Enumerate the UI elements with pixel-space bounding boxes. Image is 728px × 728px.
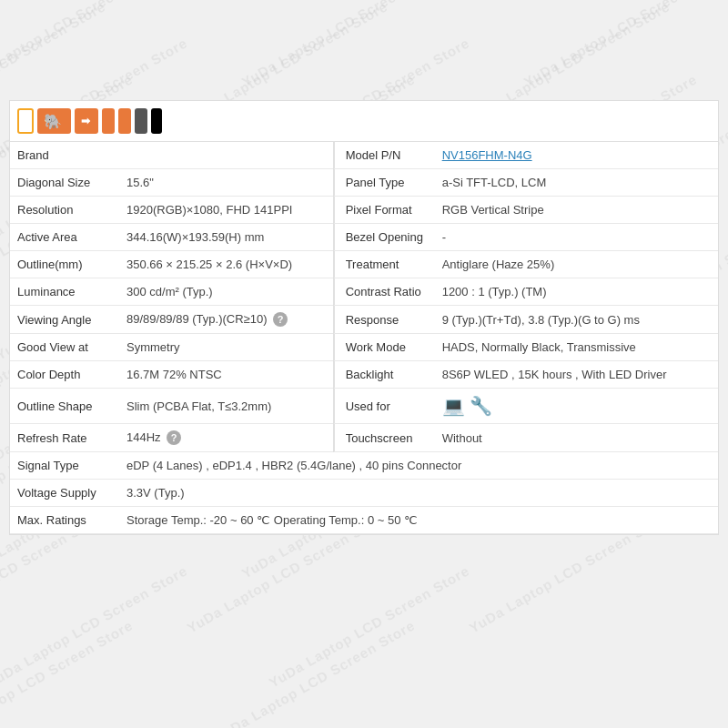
spec-value-left: 350.66 × 215.25 × 2.6 (H×V×D) (119, 251, 334, 278)
badge-reverse (102, 108, 115, 134)
spec-value-left: Slim (PCBA Flat, T≤3.2mm) (119, 389, 334, 424)
spec-label-right: Touchscreen (335, 424, 435, 452)
spec-label-left: Resolution (10, 197, 119, 224)
spec-value-left: 144Hz ? (119, 424, 334, 452)
table-row: Outline(mm)350.66 × 215.25 × 2.6 (H×V×D)… (10, 251, 718, 278)
spec-label-left: Active Area (10, 224, 119, 251)
badge-matte (135, 108, 147, 134)
spec-label-right: Work Mode (335, 334, 435, 361)
table-row: Active Area344.16(W)×193.59(H) mmBezel O… (10, 224, 718, 251)
badge-led-driver: ➡ (75, 108, 98, 134)
spec-label-right: Response (335, 306, 435, 334)
spec-label-left: Viewing Angle (10, 306, 119, 334)
spec-label-right: Backlight (335, 361, 435, 389)
table-row: Luminance300 cd/m² (Typ.)Contrast Ratio1… (10, 278, 718, 306)
spec-value-left: Symmetry (119, 334, 334, 361)
spec-label-left: Good View at (10, 334, 119, 361)
spec-label-left: Diagonal Size (10, 169, 119, 197)
spec-label-full: Voltage Supply (10, 480, 119, 507)
spec-value-right: 💻 🔧 (435, 389, 718, 424)
spec-label-left: Outline(mm) (10, 251, 119, 278)
elephant-icon: 🐘 (44, 113, 62, 130)
viewing-angle-help-icon[interactable]: ? (273, 312, 288, 327)
spec-value-left: 344.16(W)×193.59(H) mm (119, 224, 334, 251)
spec-label-left: Brand (10, 142, 119, 169)
badge-wled: 🐘 (37, 108, 71, 134)
refresh-rate-help-icon[interactable]: ? (167, 430, 181, 445)
spec-value-right: 9 (Typ.)(Tr+Td), 3.8 (Typ.)(G to G) ms (435, 306, 718, 334)
table-row: Diagonal Size15.6"Panel Typea-Si TFT-LCD… (10, 169, 718, 197)
spec-value-left: 15.6" (119, 169, 334, 197)
main-container: 🐘 ➡ BrandModel P/NNV156FHM-N4GDiagonal S… (9, 100, 719, 535)
spec-value-right: 8S6P WLED , 15K hours , With LED Driver (435, 361, 718, 389)
spec-value-right: RGB Vertical Stripe (435, 197, 718, 224)
table-row: BrandModel P/NNV156FHM-N4G (10, 142, 718, 169)
badge-row: 🐘 ➡ (10, 101, 718, 142)
spec-value-right: NV156FHM-N4G (435, 142, 718, 169)
spec-value-right: HADS, Normally Black, Transmissive (435, 334, 718, 361)
spec-value-left (119, 142, 334, 169)
spec-value-left: 1920(RGB)×1080, FHD 141PPI (119, 197, 334, 224)
spec-label-left: Color Depth (10, 361, 119, 389)
badge-hz (17, 108, 34, 134)
table-row-full: Max. RatingsStorage Temp.: -20 ~ 60 ℃ Op… (10, 507, 718, 534)
led-driver-icon: ➡ (81, 115, 90, 127)
spec-value-right: Without (435, 424, 718, 452)
spec-label-right: Used for (335, 389, 435, 424)
spec-label-left: Outline Shape (10, 389, 119, 424)
spec-value-left: 300 cd/m² (Typ.) (119, 278, 334, 306)
spec-value-right: a-Si TFT-LCD, LCM (435, 169, 718, 197)
used-for-icons: 💻 🔧 (442, 395, 493, 417)
table-row-full: Voltage Supply3.3V (Typ.) (10, 480, 718, 507)
spec-value-right: Antiglare (Haze 25%) (435, 251, 718, 278)
spec-label-right: Bezel Opening (335, 224, 435, 251)
spec-value-full: eDP (4 Lanes) , eDP1.4 , HBR2 (5.4G/lane… (119, 452, 718, 480)
spec-label-right: Pixel Format (335, 197, 435, 224)
table-row: Outline ShapeSlim (PCBA Flat, T≤3.2mm)Us… (10, 389, 718, 424)
spec-value-right: 1200 : 1 (Typ.) (TM) (435, 278, 718, 306)
table-row: Viewing Angle89/89/89/89 (Typ.)(CR≥10) ?… (10, 306, 718, 334)
table-row: Good View atSymmetryWork ModeHADS, Norma… (10, 334, 718, 361)
spec-label-right: Treatment (335, 251, 435, 278)
spec-label-full: Max. Ratings (10, 507, 119, 534)
spec-label-left: Refresh Rate (10, 424, 119, 452)
spec-label-full: Signal Type (10, 452, 119, 480)
spec-label-right: Panel Type (335, 169, 435, 197)
spec-value-full: Storage Temp.: -20 ~ 60 ℃ Operating Temp… (119, 507, 718, 534)
table-row: Color Depth16.7M 72% NTSCBacklight8S6P W… (10, 361, 718, 389)
spec-value-left: 89/89/89/89 (Typ.)(CR≥10) ? (119, 306, 334, 334)
spec-table: BrandModel P/NNV156FHM-N4GDiagonal Size1… (10, 142, 718, 534)
spec-value-full: 3.3V (Typ.) (119, 480, 718, 507)
spec-label-right: Contrast Ratio (335, 278, 435, 306)
table-row: Resolution1920(RGB)×1080, FHD 141PPIPixe… (10, 197, 718, 224)
spec-label-right: Model P/N (335, 142, 435, 169)
table-row: Refresh Rate144Hz ?TouchscreenWithout (10, 424, 718, 452)
badge-b (118, 108, 131, 134)
table-row-full: Signal TypeeDP (4 Lanes) , eDP1.4 , HBR2… (10, 452, 718, 480)
model-pn-link[interactable]: NV156FHM-N4G (442, 148, 532, 162)
spec-value-left: 16.7M 72% NTSC (119, 361, 334, 389)
spec-value-right: - (435, 224, 718, 251)
spec-label-left: Luminance (10, 278, 119, 306)
badge-gsync (151, 108, 162, 134)
